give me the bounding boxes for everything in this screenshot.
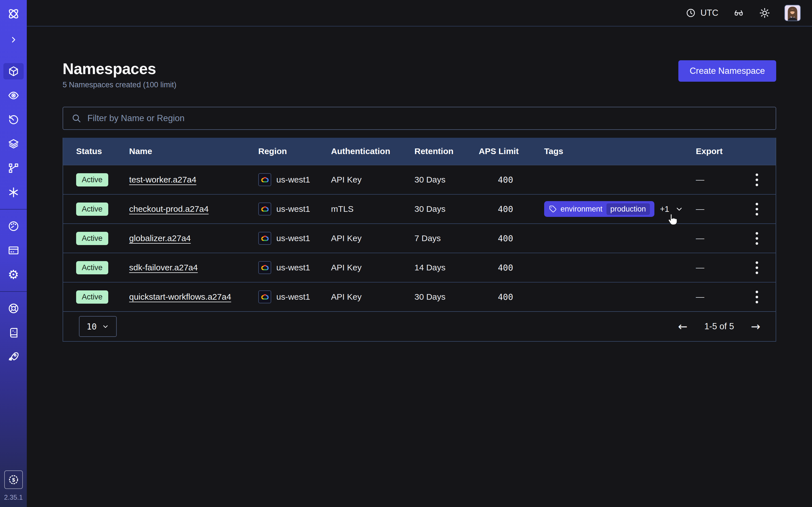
row-menu-button[interactable] [753,288,761,306]
sidebar-item-getting-started[interactable] [3,349,24,365]
region-label: us-west1 [276,263,310,272]
theme-toggle-button[interactable] [759,7,770,18]
auth-label: API Key [331,263,414,272]
gcp-cloud-icon [258,232,271,245]
table-row: Active test-worker.a27a4 us-west1 [63,165,776,194]
col-aps-limit: APS Limit [479,147,544,156]
aps-value: 400 [479,233,544,243]
retention-label: 14 Days [414,263,479,272]
credits-button[interactable]: $ [4,470,23,489]
sidebar: ⚙ [0,0,27,507]
gear-icon: ⚙ [8,269,19,281]
retention-label: 30 Days [414,292,479,302]
export-value: — [696,175,738,184]
search-icon [71,114,81,123]
region-label: us-west1 [276,175,310,184]
topbar: UTC [27,0,812,26]
row-menu-button[interactable] [753,229,761,247]
timezone-label: UTC [700,8,718,18]
tag-key: environment [560,205,603,214]
table-row: Active globalizer.a27a4 us-west1 [63,223,776,252]
col-name: Name [129,147,258,156]
filter-bar [63,107,776,130]
sidebar-item-schedules[interactable] [3,112,24,128]
sidebar-item-deployments[interactable] [3,160,24,176]
chevron-down-icon [102,323,109,330]
sidebar-item-docs[interactable] [3,325,24,341]
auth-label: mTLS [331,204,414,214]
col-export: Export [696,147,738,156]
retention-label: 30 Days [414,175,479,184]
sidebar-item-support[interactable] [3,300,24,317]
main-area: UTC [27,0,812,507]
table-row: Active quickstart-workflows.a27a4 us-wes… [63,282,776,311]
auth-label: API Key [331,233,414,243]
export-value: — [696,233,738,243]
sidebar-nav-account: ⚙ [3,218,24,283]
app-version: 2.35.1 [4,494,23,501]
timezone-button[interactable]: UTC [686,8,718,18]
sidebar-item-nexus[interactable] [3,184,24,201]
sidebar-item-usage[interactable] [3,218,24,234]
glasses-icon [732,8,745,18]
timer-icon [8,114,19,126]
col-retention: Retention [414,147,479,156]
tags-expand-chevron[interactable] [675,205,683,213]
billing-card-icon [8,244,19,256]
sidebar-divider [0,291,27,292]
gcp-cloud-icon [258,173,271,186]
aps-value: 400 [479,204,544,214]
namespaces-table: Status Name Region Authentication Retent… [63,138,776,342]
gauge-icon [8,220,19,232]
sidebar-expand-button[interactable] [3,32,24,48]
clock-icon [686,8,696,18]
eye-icon [8,90,19,101]
table-row: Active sdk-failover.a27a4 us-west1 [63,252,776,282]
page-size-select[interactable]: 10 [79,316,117,337]
sidebar-item-batch[interactable] [3,136,24,152]
sidebar-item-settings[interactable]: ⚙ [3,267,24,283]
region-label: us-west1 [276,204,310,214]
prev-page-button[interactable]: ← [678,321,688,332]
namespace-link[interactable]: globalizer.a27a4 [129,233,191,243]
sidebar-item-namespaces[interactable] [3,63,24,79]
col-authentication: Authentication [331,147,414,156]
table-header-row: Status Name Region Authentication Retent… [63,138,776,165]
row-menu-button[interactable] [753,259,761,277]
auth-label: API Key [331,292,414,302]
row-menu-button[interactable] [753,200,761,218]
gcp-cloud-icon [258,290,271,303]
tag-more-count: +1 [660,205,669,214]
export-value: — [696,292,738,302]
table-footer: 10 ← 1-5 of 5 → [63,311,776,341]
aps-value: 400 [479,292,544,302]
sidebar-item-billing[interactable] [3,242,24,259]
sidebar-nav-primary [3,63,24,201]
status-badge: Active [76,173,108,186]
namespace-link[interactable]: checkout-prod.a27a4 [129,204,209,214]
gcp-cloud-icon [258,261,271,274]
table-row: Active checkout-prod.a27a4 us-west1 [63,194,776,223]
labs-button[interactable] [732,8,745,18]
tag-pill[interactable]: environment production [544,201,654,217]
row-menu-button[interactable] [753,171,761,189]
status-badge: Active [76,232,108,245]
app-root: ⚙ [0,0,812,507]
region-label: us-west1 [276,292,310,302]
namespace-link[interactable]: quickstart-workflows.a27a4 [129,292,231,301]
next-page-button[interactable]: → [751,321,760,332]
namespace-link[interactable]: test-worker.a27a4 [129,175,196,184]
gcp-cloud-icon [258,203,271,216]
user-avatar[interactable] [784,5,801,21]
aps-value: 400 [479,175,544,185]
svg-text:$: $ [12,477,15,483]
git-branch-icon [8,162,19,174]
status-badge: Active [76,261,108,274]
lifebuoy-icon [8,302,19,314]
avatar-portrait [785,5,800,20]
create-namespace-button[interactable]: Create Namespace [678,60,776,82]
filter-input[interactable] [87,113,767,123]
col-status: Status [63,147,129,156]
sidebar-item-monitor[interactable] [3,87,24,104]
namespace-link[interactable]: sdk-failover.a27a4 [129,263,198,272]
